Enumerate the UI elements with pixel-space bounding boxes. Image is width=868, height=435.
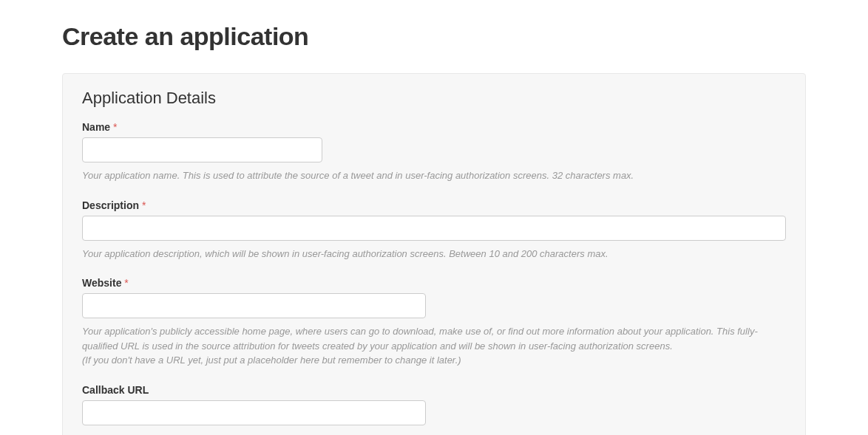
website-label-text: Website: [82, 277, 121, 289]
name-input[interactable]: [82, 137, 322, 162]
website-group: Website * Your application's publicly ac…: [82, 277, 786, 368]
description-input[interactable]: [82, 216, 786, 241]
callback-help-pre: Where should we return after successfull…: [82, 433, 331, 436]
name-label-text: Name: [82, 121, 110, 133]
section-title: Application Details: [82, 89, 786, 108]
description-help: Your application description, which will…: [82, 247, 786, 261]
website-required-indicator: *: [124, 277, 128, 289]
callback-label-text: Callback URL: [82, 384, 149, 396]
name-help: Your application name. This is used to a…: [82, 168, 786, 183]
application-details-panel: Application Details Name * Your applicat…: [62, 73, 806, 435]
oauth-link[interactable]: OAuth 1.0a: [331, 433, 380, 436]
website-input[interactable]: [82, 293, 426, 318]
callback-help: Where should we return after successfull…: [82, 431, 786, 436]
website-label: Website *: [82, 277, 786, 289]
page-title: Create an application: [62, 22, 806, 51]
callback-input[interactable]: [82, 400, 426, 425]
website-help-line1: Your application's publicly accessible h…: [82, 324, 786, 353]
website-help: Your application's publicly accessible h…: [82, 324, 786, 368]
name-required-indicator: *: [113, 121, 117, 133]
name-group: Name * Your application name. This is us…: [82, 121, 786, 183]
name-label: Name *: [82, 121, 786, 133]
description-label: Description *: [82, 199, 786, 211]
description-group: Description * Your application descripti…: [82, 199, 786, 261]
description-label-text: Description: [82, 199, 139, 211]
callback-group: Callback URL Where should we return afte…: [82, 384, 786, 436]
callback-label: Callback URL: [82, 384, 786, 396]
website-help-line2: (If you don't have a URL yet, just put a…: [82, 353, 786, 368]
description-required-indicator: *: [142, 199, 146, 211]
